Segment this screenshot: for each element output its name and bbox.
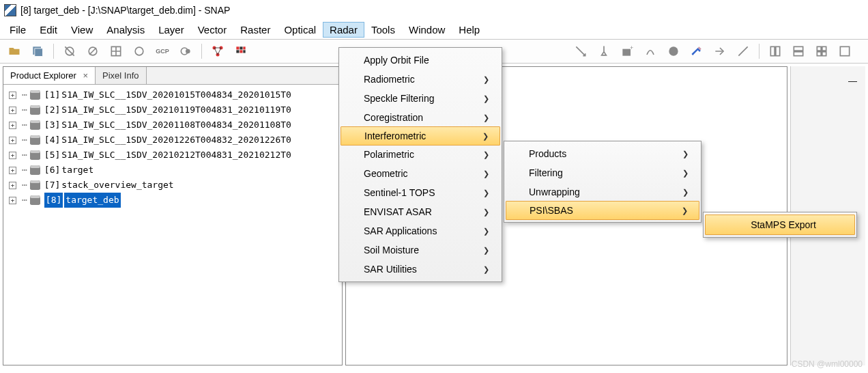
menu-item-psi-sbas[interactable]: PSI\SBAS❯ bbox=[506, 201, 699, 220]
expand-icon[interactable]: + bbox=[9, 167, 16, 174]
tab-product-explorer[interactable]: Product Explorer × bbox=[3, 67, 96, 84]
layout-icon-3[interactable] bbox=[811, 42, 832, 61]
chevron-right-icon: ❯ bbox=[483, 208, 489, 217]
tree-item[interactable]: +⋯[4] S1A_IW_SLC__1SDV_20201226T004832_2… bbox=[9, 133, 336, 148]
tool-icon-8[interactable] bbox=[686, 42, 707, 61]
tool-icon-4[interactable] bbox=[175, 42, 196, 61]
menu-optical[interactable]: Optical bbox=[277, 22, 323, 38]
tool-icon-9[interactable] bbox=[710, 42, 730, 61]
menu-vector[interactable]: Vector bbox=[191, 22, 234, 38]
tool-icon-1[interactable] bbox=[59, 42, 80, 61]
database-icon bbox=[30, 150, 40, 160]
svg-rect-26 bbox=[822, 46, 826, 51]
menu-item-sar-utilities[interactable]: SAR Utilities❯ bbox=[339, 260, 502, 279]
expand-icon[interactable]: + bbox=[9, 137, 16, 144]
chevron-right-icon: ❯ bbox=[682, 188, 689, 197]
tree-item[interactable]: +⋯[1] S1A_IW_SLC__1SDV_20201015T004834_2… bbox=[9, 87, 336, 102]
svg-rect-27 bbox=[817, 52, 821, 56]
save-all-icon[interactable] bbox=[27, 42, 48, 61]
tool-icon-6[interactable] bbox=[640, 42, 661, 61]
svg-rect-23 bbox=[794, 46, 802, 51]
minimize-icon[interactable]: — bbox=[848, 74, 857, 89]
svg-point-5 bbox=[135, 47, 143, 55]
layout-icon-4[interactable] bbox=[835, 42, 855, 61]
svg-rect-13 bbox=[243, 46, 245, 49]
gcp-icon[interactable]: GCP bbox=[152, 42, 173, 61]
chevron-right-icon: ❯ bbox=[483, 113, 489, 122]
menu-item-speckle-filtering[interactable]: Speckle Filtering❯ bbox=[339, 89, 502, 108]
grid-icon[interactable] bbox=[106, 42, 126, 61]
menu-item-radiometric[interactable]: Radiometric❯ bbox=[339, 70, 502, 89]
chevron-right-icon: ❯ bbox=[682, 150, 689, 158]
chevron-right-icon: ❯ bbox=[482, 132, 489, 141]
tool-icon-10[interactable] bbox=[733, 42, 753, 61]
tree-item[interactable]: +⋯[6] target bbox=[9, 163, 336, 178]
tree-item[interactable]: +⋯[5] S1A_IW_SLC__1SDV_20210212T004831_2… bbox=[9, 148, 336, 163]
menu-edit[interactable]: Edit bbox=[33, 22, 64, 38]
menu-item-apply-orbit-file[interactable]: Apply Orbit File bbox=[339, 51, 502, 70]
menu-item-filtering[interactable]: Filtering❯ bbox=[504, 163, 701, 182]
open-icon[interactable] bbox=[4, 42, 25, 61]
svg-rect-12 bbox=[240, 46, 242, 49]
layout-icon-2[interactable] bbox=[788, 42, 809, 61]
menu-item-geometric[interactable]: Geometric❯ bbox=[339, 164, 502, 183]
svg-rect-22 bbox=[776, 46, 780, 55]
chevron-right-icon: ❯ bbox=[682, 169, 689, 178]
menu-file[interactable]: File bbox=[3, 22, 33, 38]
tool-icon-5[interactable]: + bbox=[617, 42, 637, 61]
menu-layer[interactable]: Layer bbox=[151, 22, 191, 38]
menu-radar[interactable]: Radar bbox=[323, 22, 364, 38]
arrow-icon[interactable] bbox=[570, 42, 591, 61]
graph-icon[interactable] bbox=[207, 42, 228, 61]
tool-icon-7[interactable] bbox=[663, 42, 684, 61]
tree-item[interactable]: +⋯[2] S1A_IW_SLC__1SDV_20210119T004831_2… bbox=[9, 102, 336, 118]
expand-icon[interactable]: + bbox=[9, 107, 16, 114]
menu-item-sentinel-1-tops[interactable]: Sentinel-1 TOPS❯ bbox=[339, 183, 502, 202]
expand-icon[interactable]: + bbox=[9, 182, 16, 189]
tool-icon-3[interactable] bbox=[129, 42, 149, 61]
chevron-right-icon: ❯ bbox=[483, 265, 489, 274]
product-tree[interactable]: +⋯[1] S1A_IW_SLC__1SDV_20201015T004834_2… bbox=[3, 85, 342, 210]
svg-point-19 bbox=[669, 46, 678, 55]
svg-rect-28 bbox=[822, 52, 826, 56]
menu-item-polarimetric[interactable]: Polarimetric❯ bbox=[339, 145, 502, 164]
database-icon bbox=[30, 195, 40, 205]
menu-item-interferometric[interactable]: Interferometric❯ bbox=[341, 126, 500, 146]
menu-help[interactable]: Help bbox=[452, 22, 487, 38]
menu-window[interactable]: Window bbox=[402, 22, 452, 38]
expand-icon[interactable]: + bbox=[9, 92, 16, 99]
window-title: [8] target_deb - [J:\SNAP\target_deb.dim… bbox=[20, 5, 230, 16]
menu-analysis[interactable]: Analysis bbox=[100, 22, 151, 38]
tab-pixel-info[interactable]: Pixel Info bbox=[96, 67, 146, 84]
chevron-right-icon: ❯ bbox=[682, 206, 688, 215]
menu-item-unwrapping[interactable]: Unwrapping❯ bbox=[504, 182, 701, 202]
layout-icon-1[interactable] bbox=[765, 42, 785, 61]
svg-line-20 bbox=[738, 46, 747, 55]
tree-item[interactable]: +⋯[7] stack_overview_target bbox=[9, 178, 336, 193]
expand-icon[interactable]: + bbox=[9, 197, 16, 204]
svg-rect-21 bbox=[770, 46, 775, 55]
matrix-icon[interactable] bbox=[231, 42, 251, 61]
interferometric-submenu: Products❯Filtering❯Unwrapping❯PSI\SBAS❯ bbox=[504, 141, 701, 223]
tool-icon-2[interactable] bbox=[83, 42, 103, 61]
menu-item-soil-moisture[interactable]: Soil Moisture❯ bbox=[339, 240, 502, 260]
svg-rect-15 bbox=[240, 50, 242, 53]
chevron-right-icon: ❯ bbox=[483, 169, 489, 178]
menu-raster[interactable]: Raster bbox=[233, 22, 277, 38]
menu-item-envisat-asar[interactable]: ENVISAT ASAR❯ bbox=[339, 202, 502, 221]
menu-tools[interactable]: Tools bbox=[364, 22, 402, 38]
database-icon bbox=[30, 105, 40, 115]
tree-item[interactable]: +⋯[3] S1A_IW_SLC__1SDV_20201108T004834_2… bbox=[9, 118, 336, 133]
tree-item[interactable]: +⋯[8] target_deb bbox=[9, 193, 336, 208]
expand-icon[interactable]: + bbox=[9, 122, 16, 129]
close-icon[interactable]: × bbox=[83, 70, 88, 81]
svg-rect-17 bbox=[622, 49, 631, 56]
menu-view[interactable]: View bbox=[64, 22, 100, 38]
menu-item-sar-applications[interactable]: SAR Applications❯ bbox=[339, 221, 502, 240]
menu-item-coregistration[interactable]: Coregistration❯ bbox=[339, 108, 502, 127]
pin-icon[interactable] bbox=[594, 42, 614, 61]
expand-icon[interactable]: + bbox=[9, 152, 16, 159]
menu-item-stamps-export[interactable]: StaMPS Export bbox=[705, 215, 855, 235]
menu-item-products[interactable]: Products❯ bbox=[504, 144, 701, 163]
titlebar: [8] target_deb - [J:\SNAP\target_deb.dim… bbox=[0, 0, 868, 20]
